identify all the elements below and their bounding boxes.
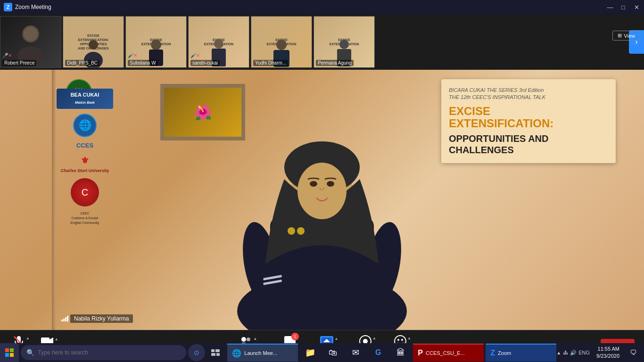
cortana-button[interactable]: ⊙: [188, 344, 205, 361]
thumbnail-yudhi[interactable]: EXCISEEXTENSIFICATION Yudhi Dharm...: [251, 16, 312, 68]
taskbar-app-launch[interactable]: 🌐 Launch Mee...: [227, 344, 298, 362]
ceec-label: CEECCustoms & ExciseEnglish Community: [71, 211, 99, 225]
taskbar-app-powerpoint[interactable]: P CCES_CSU_E...: [413, 344, 484, 362]
svg-point-2: [24, 27, 38, 41]
mail-icon: ✉: [352, 347, 359, 358]
search-icon: 🔍: [26, 349, 34, 356]
notification-button[interactable]: 🗨: [626, 344, 640, 362]
chevron-up-icon[interactable]: ▲: [556, 350, 561, 355]
titlebar-left: Z Zoom Meeting: [4, 3, 51, 11]
svg-rect-47: [5, 348, 9, 352]
globe-icon: 🌐: [73, 114, 97, 137]
windows-search-bar[interactable]: 🔍: [21, 345, 187, 360]
thumb-label-p5: Yudhi Dharm...: [253, 60, 288, 66]
task-view-button[interactable]: [207, 344, 224, 361]
svg-point-44: [397, 339, 399, 341]
chat-badge: 1: [291, 333, 299, 340]
zoom-icon: Z: [490, 349, 495, 357]
thumb-label-p4: sandri-cukai: [190, 60, 220, 66]
volume-icon[interactable]: 🔊: [570, 350, 577, 356]
unmute-arrow[interactable]: ▲: [26, 336, 30, 340]
launch-icon: 🌐: [232, 349, 241, 358]
share-arrow[interactable]: ▲: [334, 337, 338, 341]
svg-point-45: [401, 339, 403, 341]
signal-strength-icon: [61, 316, 68, 321]
thumbnail-didit[interactable]: EXCISEEXTENSIFICATION:OPPORTUNITIESAND C…: [63, 16, 124, 68]
thumb-label-p6: Permana Agung: [316, 60, 354, 66]
record-arrow[interactable]: ▲: [372, 336, 376, 340]
svg-point-5: [151, 40, 161, 50]
bea-cukai-label: BEA CUKAI: [71, 92, 99, 98]
mute-icon-p1: 🎤✕: [2, 53, 12, 58]
system-tray: ▲ 🖧 🔊 ENG: [556, 350, 590, 356]
mute-icon-p4: 🎤✕: [190, 53, 200, 58]
reactions-arrow[interactable]: ▲: [407, 336, 411, 340]
svg-rect-52: [215, 349, 220, 352]
clock-date: 9/23/2020: [596, 353, 619, 360]
taskbar-app-chrome[interactable]: G: [368, 344, 388, 362]
store-icon: 🛍: [329, 348, 337, 358]
zoom-label: Zoom: [498, 350, 511, 356]
thumb-label-p3: Sulistiana W: [128, 60, 158, 66]
svg-point-20: [310, 181, 317, 187]
svg-rect-53: [211, 353, 215, 356]
taskbar-app-mail[interactable]: ✉: [345, 344, 366, 362]
windows-taskbar: 🔍 ⊙ 🌐 Launch Mee... 📁 🛍 ✉ G 🏛: [0, 343, 644, 362]
svg-point-34: [247, 337, 250, 341]
zoom-window: 🎤✕ Robert Preece EXCISEEXTENSIFICATION:O…: [0, 14, 644, 362]
main-video-area: 🛡 BEA CUKAI Makin Baik 🌐 CCES ⚜ Charles …: [0, 70, 644, 330]
bea-cukai-sign: BEA CUKAI Makin Baik: [57, 89, 113, 109]
left-panel: BEA CUKAI Makin Baik 🌐 CCES ⚜ Charles St…: [52, 79, 118, 330]
slide-title-line2: EXTENSIFICATION:: [449, 117, 608, 130]
taskbar-right: ▲ 🖧 🔊 ENG 11:55 AM 9/23/2020 🗨: [556, 344, 644, 362]
search-input[interactable]: [38, 349, 181, 356]
svg-point-25: [297, 227, 305, 235]
charles-sturt-text: Charles Sturt University: [61, 168, 109, 173]
clock-time: 11:55 AM: [596, 346, 619, 353]
ceec-logo: C: [71, 178, 99, 206]
svg-point-19: [297, 163, 347, 219]
svg-point-9: [276, 40, 287, 50]
taskbar-apps: 🌐 Launch Mee... 📁 🛍 ✉ G 🏛 P CCES_CSU_E..…: [223, 344, 556, 362]
taskbar-app-outlook[interactable]: 🏛: [390, 344, 411, 362]
view-label: View: [624, 33, 635, 39]
thumbnail-sulistiana[interactable]: EXCISEEXTENSIFICATION 🎤✕ Sulistiana W: [125, 16, 187, 68]
svg-point-32: [241, 337, 246, 342]
system-clock[interactable]: 11:55 AM 9/23/2020: [593, 346, 623, 360]
window-title: Zoom Meeting: [15, 4, 51, 10]
svg-point-11: [339, 40, 349, 49]
ppt-label: CCES_CSU_E...: [426, 350, 465, 356]
svg-rect-50: [10, 353, 14, 357]
taskbar-app-zoom[interactable]: Z Zoom: [486, 344, 556, 362]
thumbnail-robert[interactable]: 🎤✕ Robert Preece: [0, 16, 61, 68]
launch-label: Launch Mee...: [244, 350, 277, 356]
svg-rect-49: [5, 353, 9, 357]
taskbar-app-store[interactable]: 🛍: [322, 344, 343, 362]
title-bar: Z Zoom Meeting — □ ✕: [0, 0, 644, 14]
slide-subtitle: OPPORTUNITIES AND CHALLENGES: [449, 133, 608, 156]
participant-strip: 🎤✕ Robert Preece EXCISEEXTENSIFICATION:O…: [0, 14, 644, 70]
presentation-slide: BICARA CUKAI THE SERIES 3rd Edition THE …: [441, 79, 616, 163]
start-button[interactable]: [0, 343, 19, 362]
svg-rect-54: [216, 353, 220, 356]
window-controls: — □ ✕: [606, 4, 640, 11]
video-arrow[interactable]: ▲: [55, 337, 58, 341]
powerpoint-icon: P: [418, 349, 423, 357]
thumbnail-permana[interactable]: EXCISEEXTENSIFICATION Permana Agung: [314, 16, 375, 68]
network-icon: 🖧: [563, 350, 568, 355]
view-button[interactable]: ⊞ View: [612, 31, 640, 41]
speaker-silhouette: [223, 85, 421, 330]
participants-arrow[interactable]: ▲: [253, 337, 257, 341]
minimize-button[interactable]: —: [606, 4, 614, 11]
maximize-button[interactable]: □: [619, 4, 627, 11]
speaker-figure: [192, 80, 452, 330]
lang-label: ENG: [578, 350, 590, 355]
svg-point-21: [327, 181, 334, 187]
close-button[interactable]: ✕: [633, 4, 640, 11]
taskbar-app-folder[interactable]: 📁: [300, 344, 321, 362]
thumbnail-sandri[interactable]: EXCISEEXTENSIFICATION 🎤✕ sandri-cukai: [188, 16, 249, 68]
app-logo: Z: [4, 3, 12, 11]
speaker-name-text: Nabila Rizky Yuliarma: [70, 314, 133, 323]
slide-header-line1: BICARA CUKAI THE SERIES 3rd Edition: [449, 87, 544, 93]
speaker-name-label: Nabila Rizky Yuliarma: [61, 314, 133, 323]
